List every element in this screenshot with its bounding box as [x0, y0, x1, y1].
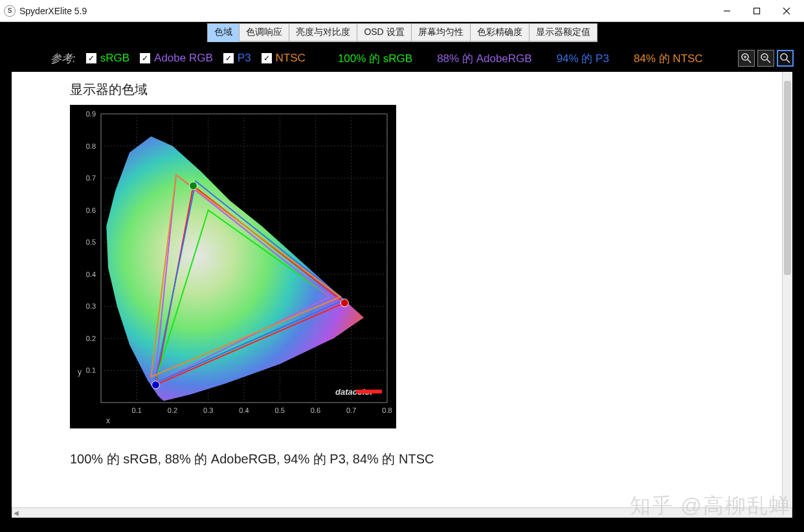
checkbox-label: NTSC [276, 52, 306, 65]
checkbox-ntsc[interactable]: ✓NTSC [262, 52, 306, 65]
svg-text:0.7: 0.7 [346, 406, 356, 414]
checkbox-label: P3 [238, 52, 251, 65]
svg-point-11 [781, 54, 787, 60]
svg-text:y: y [78, 368, 82, 377]
check-icon: ✓ [262, 53, 272, 63]
svg-text:0.5: 0.5 [275, 406, 285, 414]
svg-text:0.9: 0.9 [86, 110, 96, 118]
tab-OSD 设置[interactable]: OSD 设置 [357, 23, 411, 42]
reference-row: 参考: ✓sRGB✓Adobe RGB✓P3✓NTSC 100% 的 sRGB8… [0, 42, 804, 71]
svg-text:0.6: 0.6 [86, 206, 96, 214]
svg-rect-55 [356, 390, 382, 393]
app-icon: S [4, 5, 16, 17]
svg-text:0.1: 0.1 [86, 366, 96, 374]
content-area: 显示器的色域 0.10.20.30.40.50.60.70.80.10.20.3… [12, 72, 792, 507]
svg-text:0.3: 0.3 [86, 302, 96, 310]
window-title: SpyderXElite 5.9 [19, 6, 87, 16]
svg-line-9 [767, 60, 770, 63]
zoom-in-button[interactable] [738, 50, 755, 67]
gamut-chart: 0.10.20.30.40.50.60.70.80.10.20.30.40.50… [70, 105, 396, 428]
tab-屏幕均匀性[interactable]: 屏幕均匀性 [411, 23, 471, 42]
svg-text:0.4: 0.4 [86, 271, 96, 278]
svg-text:0.2: 0.2 [86, 335, 96, 342]
analysis-tabs: 色域色调响应亮度与对比度OSD 设置屏幕均匀性色彩精确度显示器额定值 [207, 23, 596, 42]
zoom-controls [738, 50, 794, 67]
check-icon: ✓ [223, 53, 234, 63]
svg-text:x: x [106, 416, 110, 425]
coverage-value: 84% 的 NTSC [634, 51, 703, 66]
window-titlebar: S SpyderXElite 5.9 [0, 0, 804, 22]
coverage-readouts: 100% 的 sRGB88% 的 AdobeRGB94% 的 P384% 的 N… [338, 51, 703, 66]
svg-point-51 [341, 299, 348, 307]
svg-point-52 [190, 182, 197, 190]
tab-色彩精确度[interactable]: 色彩精确度 [470, 23, 530, 42]
checkbox-srgb[interactable]: ✓sRGB [86, 52, 129, 65]
svg-text:0.8: 0.8 [382, 406, 392, 414]
svg-text:0.3: 0.3 [203, 406, 213, 414]
coverage-value: 94% 的 P3 [557, 51, 609, 66]
svg-text:0.6: 0.6 [311, 406, 320, 414]
chart-title: 显示器的色域 [70, 81, 776, 98]
minimize-button[interactable] [712, 1, 742, 21]
svg-text:0.1: 0.1 [132, 406, 142, 414]
reference-label: 参考: [50, 51, 76, 66]
svg-rect-1 [754, 8, 760, 14]
scrollbar-thumb[interactable] [784, 81, 791, 275]
tab-色域[interactable]: 色域 [207, 23, 240, 42]
zoom-out-button[interactable] [757, 50, 774, 67]
coverage-value: 100% 的 sRGB [338, 51, 412, 66]
svg-text:0.2: 0.2 [168, 406, 177, 414]
checkbox-label: Adobe RGB [154, 52, 213, 65]
zoom-reset-button[interactable] [777, 50, 794, 67]
check-icon: ✓ [86, 53, 96, 63]
svg-text:0.7: 0.7 [86, 174, 96, 182]
vertical-scrollbar[interactable] [782, 72, 792, 507]
close-button[interactable] [772, 1, 801, 21]
horizontal-scrollbar[interactable]: ◀ [12, 507, 792, 518]
tab-色调响应[interactable]: 色调响应 [239, 23, 289, 42]
svg-line-12 [787, 60, 790, 63]
svg-line-5 [748, 60, 751, 63]
scroll-left-icon: ◀ [14, 509, 19, 516]
maximize-button[interactable] [742, 1, 772, 21]
chart-caption: 100% 的 sRGB, 88% 的 AdobeRGB, 94% 的 P3, 8… [70, 450, 776, 468]
checkbox-adobe-rgb[interactable]: ✓Adobe RGB [140, 52, 213, 65]
tab-显示器额定值[interactable]: 显示器额定值 [529, 23, 597, 42]
checkbox-label: sRGB [100, 52, 129, 65]
svg-text:0.4: 0.4 [239, 406, 249, 414]
svg-point-53 [152, 381, 160, 389]
svg-text:0.5: 0.5 [86, 238, 96, 246]
check-icon: ✓ [140, 53, 150, 63]
svg-text:0.8: 0.8 [86, 142, 96, 150]
tab-亮度与对比度[interactable]: 亮度与对比度 [289, 23, 357, 42]
checkbox-p3[interactable]: ✓P3 [223, 52, 251, 65]
coverage-value: 88% 的 AdobeRGB [437, 51, 531, 66]
